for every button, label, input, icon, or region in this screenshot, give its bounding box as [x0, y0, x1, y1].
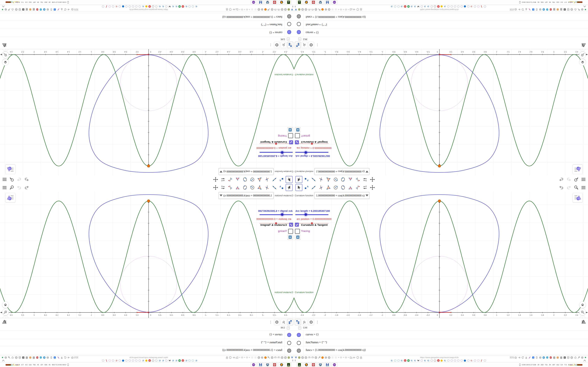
- gear-icon[interactable]: [581, 8, 584, 11]
- dot-icon[interactable]: [239, 9, 241, 10]
- undo-button[interactable]: [559, 177, 564, 182]
- kebab-menu-button[interactable]: ⋮: [315, 43, 318, 47]
- bookmark-favicon[interactable]: G: [195, 5, 198, 8]
- folder-icon[interactable]: [350, 8, 353, 11]
- bookmark-favicon[interactable]: [188, 5, 191, 8]
- bookmark-favicon[interactable]: [467, 359, 469, 362]
- play-pause-button[interactable]: [295, 235, 301, 240]
- shield-down-icon[interactable]: [546, 356, 549, 359]
- graphics-view[interactable]: -2.4-2.2-2-1.8-1.6-1.4-1.2-1-0.8-0.6-0.4…: [294, 192, 588, 318]
- gear-icon[interactable]: [539, 356, 542, 359]
- arrow-right-icon[interactable]: [518, 8, 521, 11]
- gear-icon[interactable]: [324, 8, 327, 11]
- bookmark-favicon[interactable]: G: [162, 5, 164, 8]
- tree-view-button[interactable]: [295, 42, 301, 48]
- point-tool-button[interactable]: A: [278, 184, 285, 191]
- bookmark-favicon[interactable]: [109, 5, 111, 8]
- bookmark-favicon[interactable]: W: [168, 359, 171, 362]
- gear-icon[interactable]: [46, 8, 49, 11]
- oval-icon[interactable]: [345, 356, 347, 359]
- pen-icon[interactable]: [528, 8, 531, 11]
- arc-length-slider-knob[interactable]: [304, 151, 307, 154]
- owl-app-button[interactable]: [331, 0, 337, 4]
- globe-icon[interactable]: [328, 8, 331, 11]
- shield-icon[interactable]: [229, 8, 232, 11]
- monitor-app-button[interactable]: [265, 363, 270, 367]
- lock-icon[interactable]: [225, 356, 228, 359]
- bookmark-favicon[interactable]: G: [115, 5, 118, 8]
- bookmark-favicon[interactable]: R: [182, 5, 184, 8]
- bookmark-favicon[interactable]: [109, 359, 111, 362]
- chevron-up-icon[interactable]: [2, 359, 5, 362]
- bookmark-favicon[interactable]: [484, 5, 486, 8]
- bookmark-favicon[interactable]: [135, 359, 138, 362]
- shield-down-icon[interactable]: [546, 8, 549, 11]
- monitor-app-button[interactable]: [318, 363, 323, 367]
- tree-view-button[interactable]: [287, 42, 293, 48]
- download-icon[interactable]: [525, 8, 528, 11]
- redo-button[interactable]: [17, 177, 22, 182]
- mouse-icon[interactable]: [535, 356, 538, 359]
- bookmark-favicon[interactable]: R: [182, 359, 184, 362]
- globe-icon[interactable]: [257, 356, 260, 359]
- arc-length-slider-knob[interactable]: [281, 151, 284, 154]
- folder-icon[interactable]: [235, 8, 238, 11]
- algebra-row[interactable]: curves = {}: [0, 28, 294, 37]
- red-circle-icon[interactable]: ICF: [549, 8, 552, 11]
- visibility-toggle-circle[interactable]: [297, 341, 301, 345]
- angle-tool-button[interactable]: [234, 176, 241, 183]
- bookmark-favicon[interactable]: [474, 5, 476, 8]
- plus-circle-icon[interactable]: [542, 356, 545, 359]
- bookmark-favicon[interactable]: R: [437, 5, 440, 8]
- globe-icon[interactable]: [304, 356, 307, 359]
- globe-icon[interactable]: [301, 8, 304, 11]
- bookmark-favicon[interactable]: [138, 5, 141, 8]
- globe-icon[interactable]: [314, 8, 317, 11]
- olive-circle-icon[interactable]: [298, 8, 301, 11]
- bookmark-favicon[interactable]: [430, 5, 433, 8]
- bookmark-favicon[interactable]: R: [404, 359, 406, 362]
- red-circle-icon[interactable]: ICF: [36, 356, 39, 359]
- polygon-tool-button[interactable]: [325, 176, 332, 183]
- bookmark-favicon[interactable]: R: [404, 5, 406, 8]
- red-circle-icon[interactable]: ICF: [549, 356, 552, 359]
- translate-icon[interactable]: A: [532, 8, 535, 11]
- algebra-row[interactable]: curves = {}: [0, 330, 294, 339]
- tracing-checkbox[interactable]: [295, 133, 300, 138]
- star-icon[interactable]: [71, 356, 74, 359]
- reload-icon[interactable]: [64, 8, 67, 11]
- bookmark-favicon[interactable]: G: [470, 5, 473, 8]
- bookmark-favicon[interactable]: [165, 5, 168, 8]
- wrench-icon[interactable]: [577, 8, 580, 11]
- globe-icon[interactable]: [15, 8, 18, 11]
- gauge-icon[interactable]: [311, 8, 314, 11]
- visibility-toggle-circle[interactable]: [287, 349, 291, 353]
- main-menu-button[interactable]: [2, 177, 7, 182]
- visibility-toggle-circle[interactable]: [287, 22, 291, 26]
- gear-icon[interactable]: [261, 356, 264, 359]
- slider-tool-button[interactable]: a=2: [362, 176, 369, 183]
- settings-button[interactable]: [308, 42, 314, 48]
- bookmark-favicon[interactable]: G: [427, 359, 430, 362]
- bookmark-favicon[interactable]: [477, 359, 479, 362]
- reload-icon[interactable]: [521, 8, 524, 11]
- gear-icon[interactable]: [46, 356, 49, 359]
- visibility-toggle-circle[interactable]: [297, 15, 301, 18]
- gear-icon[interactable]: [261, 8, 264, 11]
- bookmark-favicon[interactable]: G: [162, 359, 164, 362]
- search-tools-button[interactable]: [573, 177, 579, 182]
- plus-circle-icon[interactable]: [43, 8, 46, 11]
- main-menu-button[interactable]: [581, 177, 586, 182]
- algebra-view-toggle[interactable]: [6, 165, 15, 174]
- v-logo-icon[interactable]: [294, 8, 297, 11]
- polygon-tool-button[interactable]: [256, 184, 263, 191]
- perpendicular-line-tool-button[interactable]: [264, 184, 270, 191]
- lock-icon[interactable]: [360, 356, 363, 359]
- visibility-toggle-circle[interactable]: [287, 333, 291, 337]
- fx-button[interactable]: fx: [281, 319, 286, 325]
- reload-icon[interactable]: [521, 356, 524, 359]
- bookmark-favicon[interactable]: [447, 5, 450, 8]
- home-button[interactable]: [579, 59, 586, 66]
- gauge-icon[interactable]: [308, 8, 311, 11]
- plus-circle-icon[interactable]: [542, 8, 545, 11]
